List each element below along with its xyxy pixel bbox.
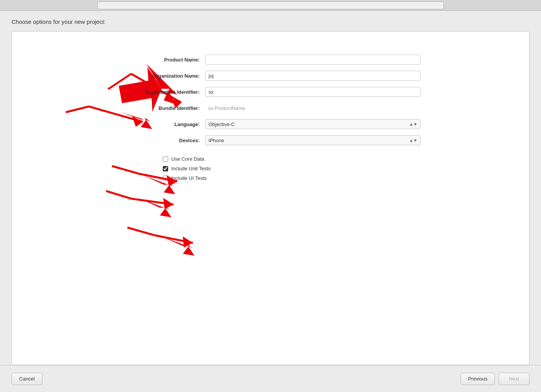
page-title: Choose options for your new project: bbox=[12, 18, 529, 25]
bundle-identifier-value: sx.ProductName bbox=[205, 103, 421, 113]
svg-line-10 bbox=[131, 199, 174, 204]
product-name-label: Product Name: bbox=[120, 57, 205, 63]
language-select[interactable]: Objective-C Swift bbox=[205, 119, 421, 129]
form-panel: Product Name: Organization Name: Organiz… bbox=[12, 31, 529, 365]
include-ui-tests-label: Include UI Tests bbox=[171, 175, 207, 181]
svg-line-15 bbox=[127, 228, 154, 235]
include-unit-tests-label: Include Unit Tests bbox=[171, 166, 210, 171]
devices-select-wrapper: iPhone iPad Universal ▲▼ bbox=[205, 135, 421, 145]
use-core-data-row: Use Core Data bbox=[163, 156, 463, 162]
cancel-button[interactable]: Cancel bbox=[12, 373, 42, 385]
main-container: Choose options for your new project: bbox=[0, 11, 541, 365]
organization-name-input[interactable] bbox=[205, 71, 421, 81]
use-core-data-label: Use Core Data bbox=[171, 156, 204, 162]
language-label: Language: bbox=[120, 121, 205, 127]
bundle-identifier-row: Bundle Identifier: sx.ProductName bbox=[120, 103, 421, 113]
product-name-row: Product Name: bbox=[120, 55, 421, 65]
use-core-data-checkbox[interactable] bbox=[163, 156, 168, 162]
language-select-wrapper: Objective-C Swift ▲▼ bbox=[205, 119, 421, 129]
top-bar bbox=[0, 0, 541, 11]
include-ui-tests-checkbox[interactable] bbox=[163, 176, 168, 181]
form-inner: Product Name: Organization Name: Organiz… bbox=[27, 55, 514, 181]
svg-line-12 bbox=[106, 191, 131, 199]
include-unit-tests-row: Include Unit Tests bbox=[163, 166, 463, 171]
organization-name-row: Organization Name: bbox=[120, 71, 421, 81]
navigation-buttons: Previous Next bbox=[461, 373, 529, 385]
language-row: Language: Objective-C Swift ▲▼ bbox=[120, 119, 421, 129]
previous-button[interactable]: Previous bbox=[461, 373, 495, 385]
bottom-bar: Cancel Previous Next bbox=[0, 365, 541, 392]
include-ui-tests-row: Include UI Tests bbox=[163, 175, 463, 181]
next-button[interactable]: Next bbox=[499, 373, 529, 385]
bundle-identifier-label: Bundle Identifier: bbox=[120, 105, 205, 111]
include-unit-tests-checkbox[interactable] bbox=[163, 166, 168, 171]
organization-identifier-row: Organization Identifier: bbox=[120, 87, 421, 97]
organization-name-label: Organization Name: bbox=[120, 73, 205, 79]
organization-identifier-input[interactable] bbox=[205, 87, 421, 97]
organization-identifier-label: Organization Identifier: bbox=[120, 89, 205, 95]
top-bar-input[interactable] bbox=[97, 2, 444, 9]
checkboxes-group: Use Core Data Include Unit Tests Include… bbox=[163, 156, 463, 181]
devices-label: Devices: bbox=[120, 138, 205, 143]
devices-row: Devices: iPhone iPad Universal ▲▼ bbox=[120, 135, 421, 145]
product-name-input[interactable] bbox=[205, 55, 421, 65]
svg-marker-11 bbox=[163, 198, 174, 209]
devices-select[interactable]: iPhone iPad Universal bbox=[205, 135, 421, 145]
svg-marker-14 bbox=[183, 236, 193, 247]
svg-line-13 bbox=[154, 235, 193, 243]
